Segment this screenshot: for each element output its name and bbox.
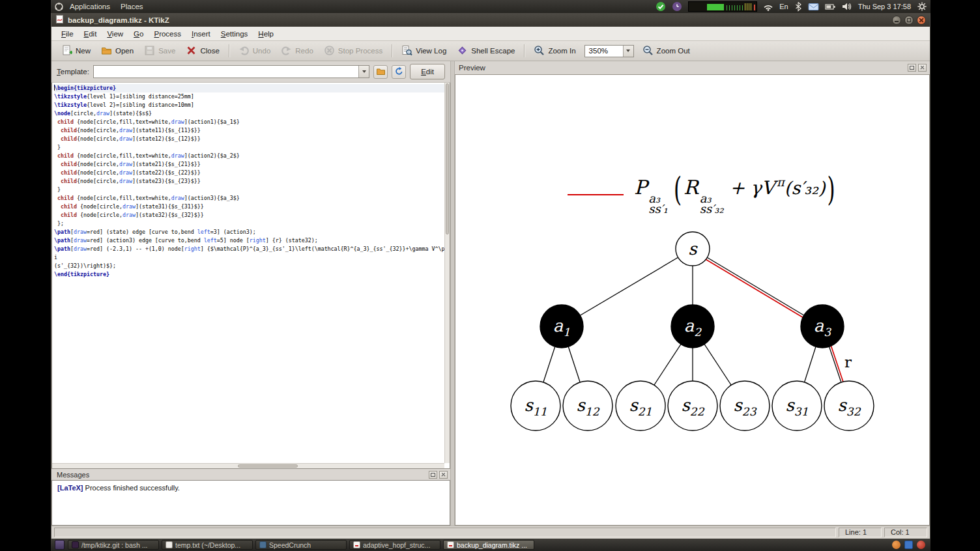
distributor-logo-icon[interactable]: [54, 2, 64, 12]
session-gear-icon[interactable]: [917, 1, 927, 12]
places-menu[interactable]: Places: [116, 0, 148, 13]
clock[interactable]: Thu Sep 3 17:58: [858, 3, 911, 10]
menu-process[interactable]: Process: [149, 29, 186, 39]
close-file-icon: [186, 45, 197, 57]
redo-button[interactable]: Redo: [276, 43, 318, 59]
template-select[interactable]: [93, 65, 369, 78]
code-line-3[interactable]: \tikzstyle{level 2}=[sibling distance=10…: [54, 101, 447, 109]
code-line-20[interactable]: \path[draw=red] (-2.3,1) -- +(1,0) node[…: [54, 245, 447, 262]
applications-menu[interactable]: Applications: [65, 0, 115, 13]
show-desktop-icon[interactable]: [55, 540, 65, 550]
close-window-button[interactable]: [917, 16, 926, 25]
tray-app-icon[interactable]: [892, 541, 901, 549]
zoom-level-dropdown-arrow[interactable]: [623, 46, 633, 57]
template-browse-button[interactable]: [373, 65, 388, 79]
bluetooth-icon[interactable]: [794, 1, 802, 12]
code-line-2[interactable]: \tikzstyle{level 1}=[sibling distance=25…: [54, 92, 447, 101]
terminal-icon: [72, 541, 79, 548]
menu-settings[interactable]: Settings: [216, 29, 253, 39]
editor-horizontal-scrollbar[interactable]: [52, 463, 444, 468]
code-line-6[interactable]: child{node[circle,draw](state11){$s_{11}…: [54, 126, 447, 135]
vertical-scrollbar-thumb[interactable]: [446, 83, 449, 234]
template-reload-button[interactable]: [392, 65, 406, 79]
preview-canvas: Pa₃ss′₁(Ra₃ss′₃₂+ γVπ(s′₃₂)) sa1a2a3s11s…: [455, 74, 930, 526]
close-messages-icon[interactable]: [439, 471, 448, 479]
taskbar-tray: [892, 541, 927, 549]
tray-display-icon[interactable]: [904, 541, 913, 549]
updates-indicator-icon[interactable]: [656, 1, 666, 12]
code-line-13[interactable]: }: [54, 186, 447, 194]
volume-icon[interactable]: [842, 2, 852, 11]
code-editor[interactable]: \begin{tikzpicture}\tikzstyle{level 1}=[…: [51, 83, 450, 469]
new-button[interactable]: New: [57, 43, 95, 59]
close-preview-icon[interactable]: [918, 64, 927, 72]
taskbar-item-label: /tmp/ktikz.git : bash ...: [81, 541, 148, 549]
zoom-level-select[interactable]: 350%: [584, 45, 634, 57]
code-line-10[interactable]: child{node[circle,draw](state21){$s_{21}…: [54, 160, 447, 169]
code-line-16[interactable]: child {node[circle,draw](state32){$s_{32…: [54, 211, 447, 219]
code-line-15[interactable]: child {node[circle,draw](state31){$s_{31…: [54, 203, 447, 211]
minimize-button[interactable]: [892, 16, 901, 25]
menu-view[interactable]: View: [102, 29, 128, 39]
view-log-button[interactable]: View Log: [397, 43, 451, 59]
template-edit-button[interactable]: Edit: [410, 64, 445, 79]
tracker-indicator-icon[interactable]: [672, 1, 682, 12]
float-preview-icon[interactable]: [908, 64, 916, 72]
battery-icon[interactable]: [825, 3, 836, 11]
taskbar-item[interactable]: adaptive_hopf_struc...: [349, 540, 440, 550]
new-file-icon: [61, 45, 72, 57]
top-panel: Applications Places En: [51, 0, 930, 13]
calc-icon: [259, 541, 267, 548]
editor-pane: Template: Edit \begin{tikzpicture}\tikzs…: [51, 61, 450, 526]
shell-escape-button[interactable]: Shell Escape: [452, 43, 519, 59]
close-file-button[interactable]: Close: [181, 43, 223, 59]
tray-alert-icon[interactable]: [917, 541, 925, 549]
code-line-7[interactable]: child{node[circle,draw](state12){$s_{12}…: [54, 135, 447, 143]
menu-go[interactable]: Go: [129, 29, 148, 39]
toolbar-separator: [229, 44, 229, 57]
code-line-4[interactable]: \node[circle,draw](state){$s$}: [54, 109, 447, 118]
code-line-22[interactable]: \end{tikzpicture}: [54, 270, 447, 279]
mail-indicator-icon[interactable]: [808, 3, 819, 11]
code-lines[interactable]: \begin{tikzpicture}\tikzstyle{level 1}=[…: [52, 83, 447, 463]
shell-escape-icon: [457, 45, 468, 57]
editor-vertical-scrollbar[interactable]: [444, 83, 450, 463]
zoom-out-button[interactable]: Zoom Out: [638, 43, 695, 59]
menu-file[interactable]: File: [57, 29, 78, 39]
taskbar-item[interactable]: /tmp/ktikz.git : bash ...: [68, 540, 159, 550]
code-line-1[interactable]: \begin{tikzpicture}: [54, 84, 447, 92]
undo-button[interactable]: Undo: [234, 43, 276, 59]
code-line-14[interactable]: child {node[circle,fill,text=white,draw]…: [54, 194, 447, 203]
horizontal-scrollbar-thumb[interactable]: [238, 464, 298, 468]
log-message: Process finished successfully.: [83, 484, 180, 492]
cursor-column-indicator: Col: 1: [884, 528, 927, 537]
code-line-18[interactable]: \path[draw=red] (state) edge [curve to,b…: [54, 228, 447, 236]
code-line-8[interactable]: }: [54, 143, 447, 152]
zoom-in-button[interactable]: Zoom In: [529, 43, 580, 59]
system-monitor-indicator[interactable]: [688, 1, 757, 12]
save-button[interactable]: Save: [139, 43, 180, 59]
menubar: File Edit View Go Process Insert Setting…: [51, 27, 930, 41]
float-messages-icon[interactable]: [429, 471, 437, 479]
code-line-11[interactable]: child{node[circle,draw](state22){$s_{22}…: [54, 169, 447, 177]
menu-help[interactable]: Help: [253, 29, 278, 39]
code-line-5[interactable]: child {node[circle,fill,text=white,draw]…: [54, 118, 447, 126]
code-line-12[interactable]: child{node[circle,draw](state23){$s_{23}…: [54, 177, 447, 186]
stop-process-button[interactable]: Stop Process: [319, 43, 387, 59]
titlebar[interactable]: backup_diagram.tikz - KTikZ: [51, 13, 930, 27]
code-line-21[interactable]: (s'_{32})\right)$};: [54, 262, 447, 270]
code-line-17[interactable]: };: [54, 219, 447, 228]
taskbar-item[interactable]: SpeedCrunch: [255, 540, 347, 550]
open-button[interactable]: Open: [96, 43, 138, 59]
menu-insert[interactable]: Insert: [187, 29, 215, 39]
pane-splitter[interactable]: [450, 61, 455, 526]
menu-edit[interactable]: Edit: [79, 29, 102, 39]
wifi-icon[interactable]: [763, 2, 773, 11]
keyboard-layout-indicator[interactable]: En: [779, 3, 788, 10]
code-line-9[interactable]: child {node[circle,fill,text=white,draw]…: [54, 152, 447, 160]
taskbar-item[interactable]: temp.txt (~/Desktop...: [162, 540, 253, 550]
maximize-button[interactable]: [904, 16, 914, 25]
taskbar-item[interactable]: backup_diagram.tikz ...: [443, 540, 534, 550]
code-line-19[interactable]: \path[draw=red] (action3) edge [curve to…: [54, 236, 447, 245]
template-dropdown-arrow[interactable]: [358, 66, 369, 78]
